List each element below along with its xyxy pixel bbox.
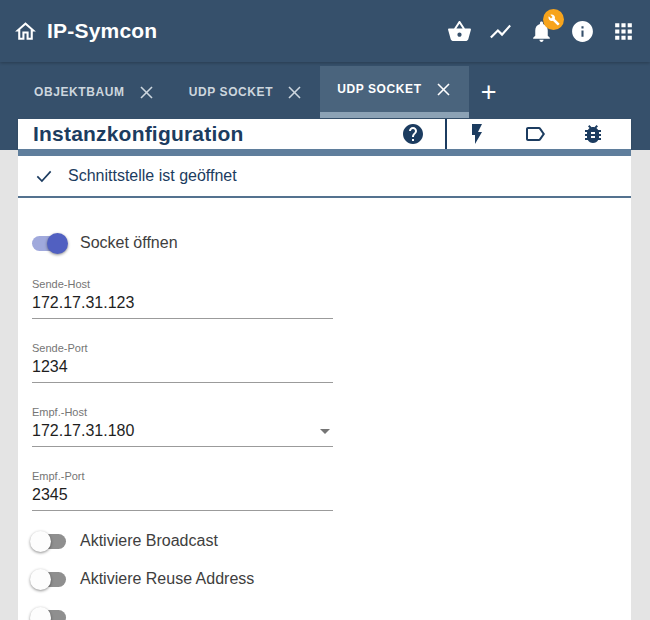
panel-titlebar: Instanzkonfiguration [18, 119, 631, 149]
config-form: Socket öffnen Sende-Host Sende-Port Empf… [18, 198, 631, 620]
instance-configuration-panel: Instanzkonfiguration Schnittstelle ist g… [18, 119, 631, 620]
tab-bar: OBJEKTBAUM UDP SOCKET UDP SOCKET + [0, 62, 650, 118]
partial-toggle[interactable] [32, 610, 66, 620]
config-card: Schnittstelle ist geöffnet Socket öffnen… [18, 149, 631, 620]
close-icon[interactable] [138, 84, 155, 101]
field-empf-port: Empf.-Port [32, 469, 333, 511]
new-tab-button[interactable]: + [469, 66, 509, 118]
tab-objektbaum[interactable]: OBJEKTBAUM [17, 66, 172, 118]
debug-bug-icon[interactable] [580, 122, 605, 147]
field-empf-host: Empf.-Host [32, 405, 333, 447]
help-icon[interactable] [400, 122, 425, 147]
sende-port-input[interactable] [32, 355, 333, 383]
tab-udp-socket-2-active[interactable]: UDP SOCKET [320, 66, 468, 118]
status-text: Schnittstelle ist geöffnet [68, 167, 237, 185]
tab-label: OBJEKTBAUM [34, 85, 125, 99]
tab-label: UDP SOCKET [189, 85, 273, 99]
dropdown-caret-icon[interactable] [320, 429, 330, 434]
toggle-row-reuse-address: Aktiviere Reuse Address [32, 567, 631, 591]
actions-flash-icon[interactable] [464, 122, 489, 147]
field-label: Empf.-Port [32, 469, 333, 483]
info-icon[interactable] [569, 18, 595, 44]
socket-open-toggle[interactable] [32, 236, 66, 251]
home-icon [13, 19, 38, 44]
wrench-icon [548, 14, 560, 26]
toggle-knob [30, 607, 51, 620]
empf-port-input[interactable] [32, 483, 333, 511]
toggle-knob [30, 569, 51, 590]
status-bar: Schnittstelle ist geöffnet [18, 156, 631, 198]
close-icon[interactable] [435, 81, 452, 98]
toggle-knob [47, 233, 68, 254]
charts-icon[interactable] [487, 18, 513, 44]
notifications-icon[interactable] [528, 18, 554, 44]
toggle-row-socket-open: Socket öffnen [32, 231, 631, 255]
toggle-knob [30, 531, 51, 552]
app-title: IP-Symcon [47, 19, 157, 43]
toggle-row-partial [32, 605, 631, 620]
broadcast-toggle[interactable] [32, 534, 66, 549]
toggle-label: Aktiviere Broadcast [80, 532, 218, 550]
toggle-label: Socket öffnen [80, 234, 178, 252]
field-sende-host: Sende-Host [32, 277, 333, 319]
toolbar-divider [445, 119, 447, 149]
toggle-row-broadcast: Aktiviere Broadcast [32, 529, 631, 553]
app-header: IP-Symcon [0, 0, 650, 62]
tab-udp-socket-1[interactable]: UDP SOCKET [172, 66, 320, 118]
panel-toolbar [400, 119, 631, 149]
toggle-label: Aktiviere Reuse Address [80, 570, 254, 588]
field-label: Sende-Host [32, 277, 333, 291]
page-title: Instanzkonfiguration [33, 122, 244, 146]
tab-label: UDP SOCKET [337, 82, 421, 96]
store-icon[interactable] [446, 18, 472, 44]
field-sende-port: Sende-Port [32, 341, 333, 383]
header-icons [446, 18, 650, 44]
check-icon [34, 166, 54, 186]
close-icon[interactable] [286, 84, 303, 101]
apps-grid-icon[interactable] [610, 18, 636, 44]
empf-host-input[interactable] [32, 419, 333, 447]
label-tag-icon[interactable] [522, 122, 547, 147]
app-logo[interactable]: IP-Symcon [13, 19, 157, 44]
field-label: Empf.-Host [32, 405, 333, 419]
update-wrench-badge [543, 9, 564, 30]
reuse-address-toggle[interactable] [32, 572, 66, 587]
sende-host-input[interactable] [32, 291, 333, 319]
field-label: Sende-Port [32, 341, 333, 355]
